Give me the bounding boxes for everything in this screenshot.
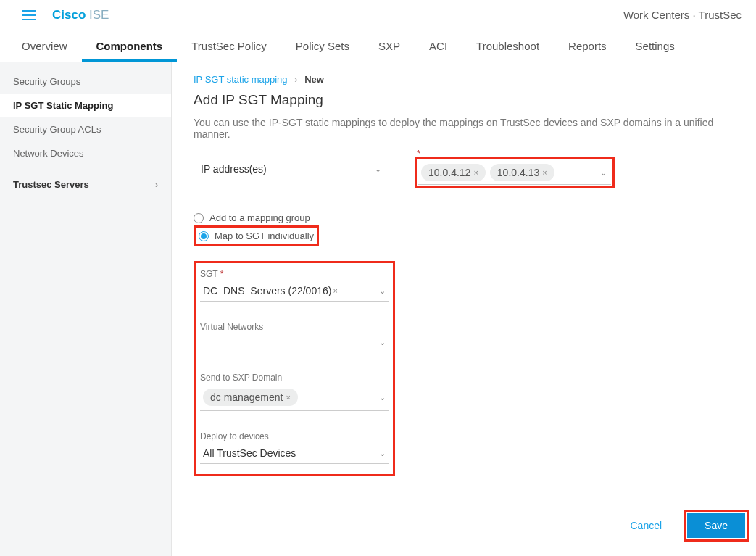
save-button-highlight: Save bbox=[684, 510, 749, 542]
breadcrumb-link[interactable]: IP SGT static mapping bbox=[194, 74, 288, 85]
chevron-right-icon: › bbox=[155, 180, 158, 190]
chevron-down-icon: ⌄ bbox=[379, 286, 386, 296]
close-icon[interactable]: × bbox=[286, 393, 290, 402]
deploy-value: All TrustSec Devices bbox=[203, 447, 296, 459]
breadcrumb: IP SGT static mapping › New bbox=[194, 74, 734, 85]
sxp-tag-value: dc management bbox=[210, 391, 283, 403]
sxp-domain-select[interactable]: dc management × ⌄ bbox=[200, 386, 389, 411]
sgt-select[interactable]: DC_DNS_Servers (22/0016) × ⌄ bbox=[200, 282, 389, 302]
type-select-value: IP address(es) bbox=[201, 163, 267, 175]
main-tabs: Overview Components TrustSec Policy Poli… bbox=[0, 30, 756, 62]
sidebar-item-ip-sgt-static-mapping[interactable]: IP SGT Static Mapping bbox=[0, 94, 171, 117]
logo-text-b: ISE bbox=[89, 8, 109, 22]
logo-text-a: Cisco bbox=[52, 8, 86, 22]
ip-tag-value: 10.0.4.13 bbox=[497, 167, 539, 178]
radio-add-to-group[interactable]: Add to a mapping group bbox=[194, 210, 734, 225]
content-area: IP SGT static mapping › New Add IP SGT M… bbox=[172, 62, 756, 556]
radio-label: Map to SGT individually bbox=[215, 231, 314, 241]
sgt-value: DC_DNS_Servers (22/0016) bbox=[203, 285, 331, 296]
tab-settings[interactable]: Settings bbox=[621, 30, 689, 62]
sidebar: Security Groups IP SGT Static Mapping Se… bbox=[0, 62, 172, 556]
mapping-radio-group: Add to a mapping group Map to SGT indivi… bbox=[194, 210, 734, 246]
radio-icon bbox=[199, 231, 209, 241]
radio-label: Add to a mapping group bbox=[209, 212, 310, 223]
ip-tag-value: 10.0.4.12 bbox=[428, 167, 470, 178]
close-icon[interactable]: × bbox=[333, 286, 337, 295]
radio-map-individually[interactable]: Map to SGT individually bbox=[199, 228, 314, 244]
sidebar-section-label: Trustsec Servers bbox=[13, 179, 89, 190]
chevron-down-icon: ⌄ bbox=[600, 168, 607, 178]
tab-aci[interactable]: ACI bbox=[415, 30, 462, 62]
radio-map-individually-highlight: Map to SGT individually bbox=[194, 225, 319, 246]
cancel-button[interactable]: Cancel bbox=[617, 513, 675, 539]
tab-reports[interactable]: Reports bbox=[554, 30, 621, 62]
tab-policy-sets[interactable]: Policy Sets bbox=[281, 30, 364, 62]
ip-addresses-field-highlight: 10.0.4.12 × 10.0.4.13 × ⌄ bbox=[415, 157, 615, 188]
tab-components[interactable]: Components bbox=[82, 30, 178, 62]
chevron-down-icon: ⌄ bbox=[375, 165, 381, 174]
logo: Cisco ISE bbox=[52, 8, 109, 22]
chevron-down-icon: ⌄ bbox=[379, 449, 386, 458]
virtual-networks-label: Virtual Networks bbox=[200, 322, 389, 332]
deploy-label: Deploy to devices bbox=[200, 431, 389, 441]
tab-sxp[interactable]: SXP bbox=[364, 30, 415, 62]
radio-icon bbox=[194, 213, 204, 223]
action-bar: Cancel Save bbox=[617, 510, 749, 542]
chevron-down-icon: ⌄ bbox=[379, 393, 386, 402]
ip-tag[interactable]: 10.0.4.12 × bbox=[421, 164, 486, 181]
type-select-field[interactable]: IP address(es) ⌄ bbox=[194, 157, 386, 181]
sidebar-item-network-devices[interactable]: Network Devices bbox=[0, 141, 171, 165]
chevron-right-icon: › bbox=[294, 74, 297, 85]
sxp-tag[interactable]: dc management × bbox=[203, 389, 298, 406]
header-left: Cisco ISE bbox=[22, 8, 109, 22]
sgt-form-highlight: SGT * DC_DNS_Servers (22/0016) × ⌄ Virtu… bbox=[194, 261, 395, 476]
sidebar-item-security-group-acls[interactable]: Security Group ACLs bbox=[0, 117, 171, 141]
tab-overview[interactable]: Overview bbox=[7, 30, 82, 62]
sidebar-section-trustsec-servers[interactable]: Trustsec Servers › bbox=[0, 170, 171, 199]
close-icon[interactable]: × bbox=[473, 168, 478, 177]
header-breadcrumb: Work Centers · TrustSec bbox=[623, 9, 742, 21]
deploy-select[interactable]: All TrustSec Devices ⌄ bbox=[200, 444, 389, 464]
chevron-down-icon: ⌄ bbox=[379, 338, 386, 347]
menu-icon[interactable] bbox=[22, 10, 36, 20]
breadcrumb-current: New bbox=[304, 74, 324, 85]
page-description: You can use the IP-SGT static mappings t… bbox=[194, 117, 734, 140]
virtual-networks-select[interactable]: ⌄ bbox=[200, 335, 389, 352]
sxp-domain-label: Send to SXP Domain bbox=[200, 373, 389, 383]
ip-addresses-field[interactable]: 10.0.4.12 × 10.0.4.13 × ⌄ bbox=[418, 161, 611, 185]
page-title: Add IP SGT Mapping bbox=[194, 92, 734, 108]
app-header: Cisco ISE Work Centers · TrustSec bbox=[0, 0, 756, 30]
sgt-label: SGT * bbox=[200, 269, 389, 279]
tab-troubleshoot[interactable]: Troubleshoot bbox=[462, 30, 554, 62]
close-icon[interactable]: × bbox=[542, 168, 547, 177]
ip-tag[interactable]: 10.0.4.13 × bbox=[490, 164, 554, 181]
save-button[interactable]: Save bbox=[687, 513, 745, 538]
sidebar-item-security-groups[interactable]: Security Groups bbox=[0, 70, 171, 94]
tab-trustsec-policy[interactable]: TrustSec Policy bbox=[177, 30, 281, 62]
